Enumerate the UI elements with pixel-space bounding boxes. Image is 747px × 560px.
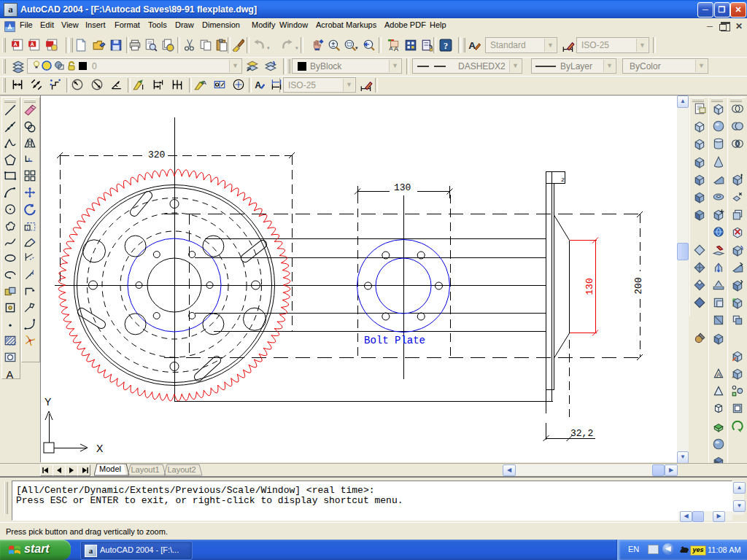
svg-text:A: A <box>6 368 13 380</box>
svg-text:X: X <box>96 443 104 454</box>
svg-text:320: 320 <box>148 149 165 160</box>
svg-text:A: A <box>468 40 476 51</box>
svg-text:32,2: 32,2 <box>570 428 593 439</box>
svg-text:A: A <box>394 45 398 52</box>
svg-text:200: 200 <box>633 277 644 294</box>
svg-text:A: A <box>255 80 261 90</box>
svg-text:A: A <box>716 371 721 378</box>
svg-text:A: A <box>202 79 206 86</box>
svg-text:A: A <box>31 41 35 47</box>
svg-text:Bolt Plate: Bolt Plate <box>364 335 425 346</box>
svg-text:Y: Y <box>44 396 52 408</box>
svg-text:A: A <box>14 41 18 47</box>
svg-text:?: ? <box>444 41 448 51</box>
svg-text:A: A <box>389 45 393 52</box>
svg-text:2: 2 <box>561 176 565 183</box>
svg-text:130: 130 <box>394 182 411 193</box>
svg-text:130: 130 <box>584 278 595 295</box>
svg-text:0: 0 <box>92 61 97 71</box>
